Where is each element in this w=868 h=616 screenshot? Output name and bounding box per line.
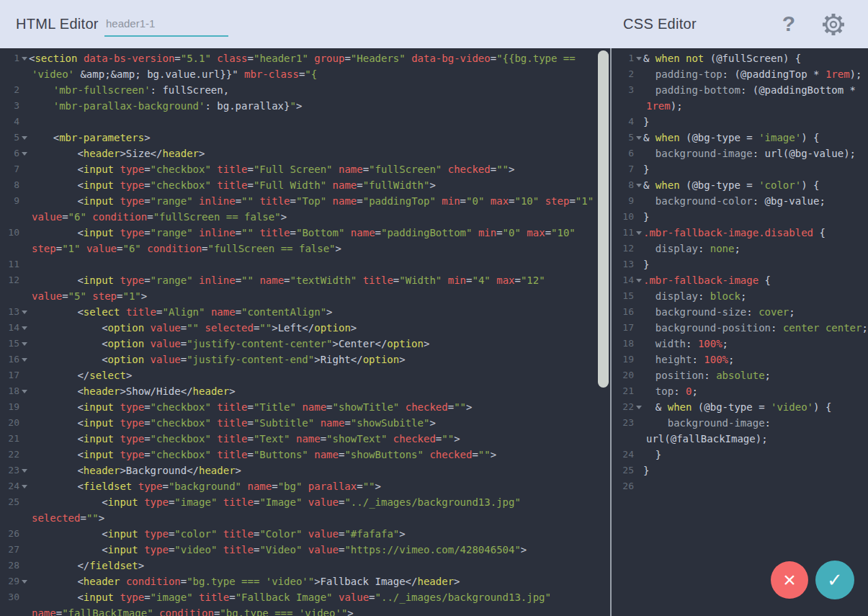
css-code-editor[interactable]: 1& when not (@fullScreen) {2 padding-top… [612,48,868,616]
fold-arrow-icon[interactable] [19,130,27,146]
code-line[interactable]: 11.mbr-fallback-image.disabled { [612,225,868,241]
code-line[interactable]: 19 <input type="checkbox" title="Title" … [0,399,610,415]
code-line[interactable]: 24 } [612,447,868,463]
fold-arrow-icon[interactable] [19,146,27,161]
code-line[interactable]: step="1" value="6" condition="fullScreen… [0,241,610,256]
code-text: url(@fallBackImage); [642,431,768,447]
code-line[interactable]: 1<section data-bs-version="5.1" class="h… [0,50,610,66]
code-line[interactable]: 19 height: 100%; [612,352,868,367]
code-line[interactable]: 13 <select title="Align" name="contentAl… [0,304,610,320]
code-line[interactable]: 22 & when (@bg-type = 'video') { [612,399,868,415]
code-line[interactable]: 3 padding-bottom: (@paddingBottom * [612,82,868,98]
line-number: 8 [612,177,634,193]
code-line[interactable]: 14.mbr-fallback-image { [612,272,868,288]
code-line[interactable]: 22 <input type="checkbox" title="Buttons… [0,447,610,463]
code-line[interactable]: 7 <input type="checkbox" title="Full Scr… [0,161,610,177]
code-line[interactable]: 17 background-position: center center; [612,320,868,336]
code-line[interactable]: 10 <input type="range" inline="" title="… [0,225,610,241]
code-line[interactable]: 4} [612,114,868,130]
code-line[interactable]: 20 <input type="checkbox" title="Subtitl… [0,415,610,431]
code-line[interactable]: 15 <option value="justify-content-center… [0,336,610,352]
code-line[interactable]: 17 </select> [0,367,610,383]
line-gutter: 26 [612,478,642,494]
code-line[interactable]: 27 <input type="video" title="Video" val… [0,542,610,558]
code-text: <header condition="bg.type === 'video'">… [27,573,460,589]
code-line[interactable]: 4 [0,114,610,130]
code-line[interactable]: 6 <header>Size</header> [0,146,610,161]
code-line[interactable]: 18 width: 100%; [612,336,868,352]
code-line[interactable]: 13} [612,256,868,272]
code-line[interactable]: 8& when (@bg-type = 'color') { [612,177,868,193]
code-line[interactable]: selected=""> [0,510,610,526]
fold-arrow-icon[interactable] [19,304,27,320]
code-line[interactable]: name="fallBackImage" condition="bg.type … [0,605,610,616]
code-line[interactable]: 5 <mbr-parameters> [0,130,610,146]
help-icon[interactable]: ? [778,9,800,39]
code-line[interactable]: 6 background-image: url(@bg-value); [612,146,868,161]
fold-arrow-icon[interactable] [634,225,642,241]
code-line[interactable]: url(@fallBackImage); [612,431,868,447]
fold-arrow-icon[interactable] [634,399,642,415]
code-line[interactable]: 2 'mbr-fullscreen': fullScreen, [0,82,610,98]
code-line[interactable]: 10} [612,209,868,225]
code-line[interactable]: 24 <fieldset type="background" name="bg"… [0,478,610,494]
code-line[interactable]: 23 background-image: [612,415,868,431]
block-name-input[interactable] [104,13,228,37]
code-line[interactable]: 18 <header>Show/Hide</header> [0,383,610,399]
fold-arrow-icon[interactable] [634,50,642,66]
html-editor-scrollbar[interactable] [598,50,609,388]
code-line[interactable]: 28 </fieldset> [0,558,610,573]
code-line[interactable]: 9 background-color: @bg-value; [612,193,868,209]
line-gutter: 22 [612,399,642,415]
html-code-editor[interactable]: 1<section data-bs-version="5.1" class="h… [0,48,610,616]
code-line[interactable]: 15 display: block; [612,288,868,304]
code-line[interactable]: 14 <option value="" selected="">Left</op… [0,320,610,336]
code-line[interactable]: 16 <option value="justify-content-end">R… [0,352,610,367]
code-line[interactable]: 25} [612,463,868,478]
code-line[interactable]: 5& when (@bg-type = 'image') { [612,130,868,146]
code-line[interactable]: 30 <input type="image" title="Fallback I… [0,589,610,605]
fold-arrow-icon[interactable] [634,130,642,146]
fold-arrow-icon[interactable] [19,478,27,494]
settings-gear-icon[interactable] [820,11,847,38]
code-line[interactable]: 21 <input type="checkbox" title="Text" n… [0,431,610,447]
code-line[interactable]: 11 [0,256,610,272]
code-line[interactable]: 16 background-size: cover; [612,304,868,320]
code-text: width: 100%; [642,336,728,352]
fold-arrow-icon[interactable] [19,320,27,336]
code-line[interactable]: 25 <input type="image" title="Image" val… [0,494,610,510]
code-line[interactable]: 7} [612,161,868,177]
fold-arrow-icon[interactable] [19,383,27,399]
code-line[interactable]: value="6" condition="fullScreen == false… [0,209,610,225]
line-number: 11 [0,256,19,272]
code-line[interactable]: 1rem); [612,98,868,114]
fold-arrow-icon[interactable] [634,272,642,288]
code-line[interactable]: 26 <input type="color" title="Color" val… [0,526,610,542]
fold-spacer [634,66,642,82]
fold-spacer [19,589,27,605]
fold-arrow-icon[interactable] [634,177,642,193]
code-line[interactable]: 'video' &amp;&amp; bg.value.url}}" mbr-c… [0,66,610,82]
code-line[interactable]: 21 top: 0; [612,383,868,399]
code-line[interactable]: 23 <header>Background</header> [0,463,610,478]
code-line[interactable]: 12 display: none; [612,241,868,256]
code-line[interactable]: 29 <header condition="bg.type === 'video… [0,573,610,589]
code-line[interactable]: 12 <input type="range" inline="" name="t… [0,272,610,288]
code-line[interactable]: 1& when not (@fullScreen) { [612,50,868,66]
fold-arrow-icon[interactable] [19,463,27,478]
confirm-button[interactable]: ✓ [815,561,854,599]
fold-arrow-icon[interactable] [19,573,27,589]
fold-arrow-icon[interactable] [19,50,27,66]
cancel-button[interactable]: × [771,561,808,599]
code-line[interactable]: 9 <input type="range" inline="" title="T… [0,193,610,209]
fold-spacer [634,383,642,399]
code-line[interactable]: 2 padding-top: (@paddingTop * 1rem); [612,66,868,82]
code-line[interactable]: 3 'mbr-parallax-background': bg.parallax… [0,98,610,114]
fold-arrow-icon[interactable] [19,352,27,367]
code-line[interactable]: 20 position: absolute; [612,367,868,383]
fold-arrow-icon[interactable] [19,336,27,352]
code-line[interactable]: 26 [612,478,868,494]
code-line[interactable]: 8 <input type="checkbox" title="Full Wid… [0,177,610,193]
code-line[interactable]: value="5" step="1"> [0,288,610,304]
line-gutter: 14 [0,320,27,336]
